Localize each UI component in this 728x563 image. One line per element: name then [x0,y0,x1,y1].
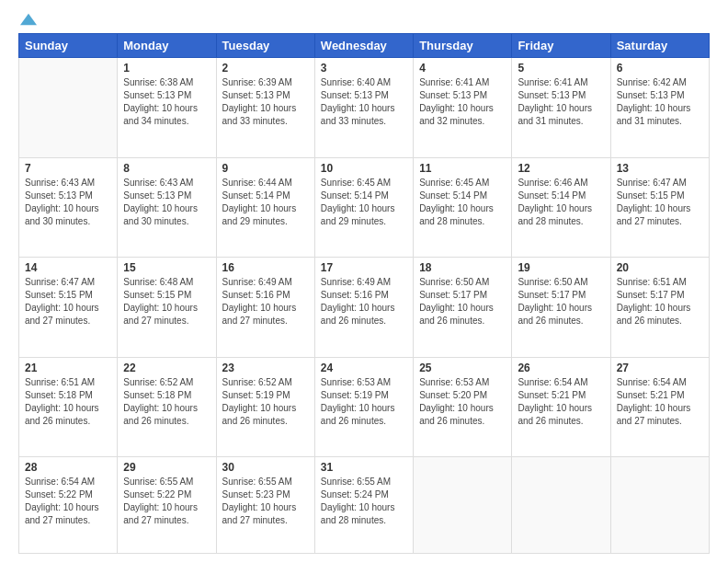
calendar-body: 1Sunrise: 6:38 AMSunset: 5:13 PMDaylight… [19,58,710,554]
calendar-cell: 27Sunrise: 6:54 AMSunset: 5:21 PMDayligh… [610,357,709,457]
logo-icon [20,13,37,26]
calendar-cell [512,457,610,554]
calendar-cell [19,58,118,158]
calendar-week-row: 1Sunrise: 6:38 AMSunset: 5:13 PMDaylight… [19,58,710,158]
day-number: 6 [617,62,703,75]
day-number: 21 [25,362,111,374]
day-number: 23 [222,362,309,374]
calendar-week-row: 28Sunrise: 6:54 AMSunset: 5:22 PMDayligh… [19,457,710,554]
day-number: 27 [617,362,703,374]
calendar-cell: 3Sunrise: 6:40 AMSunset: 5:13 PMDaylight… [314,58,413,158]
cell-details: Sunrise: 6:40 AMSunset: 5:13 PMDaylight:… [321,76,407,128]
cell-details: Sunrise: 6:47 AMSunset: 5:15 PMDaylight:… [25,276,111,327]
cell-details: Sunrise: 6:42 AMSunset: 5:13 PMDaylight:… [617,76,703,128]
calendar-day-header: Tuesday [216,34,314,58]
day-number: 11 [419,162,506,175]
logo [18,15,37,24]
calendar-cell: 19Sunrise: 6:50 AMSunset: 5:17 PMDayligh… [512,258,610,358]
calendar-week-row: 14Sunrise: 6:47 AMSunset: 5:15 PMDayligh… [19,258,710,358]
calendar-cell: 31Sunrise: 6:55 AMSunset: 5:24 PMDayligh… [314,457,413,554]
calendar-cell: 16Sunrise: 6:49 AMSunset: 5:16 PMDayligh… [216,258,314,358]
cell-details: Sunrise: 6:48 AMSunset: 5:15 PMDaylight:… [123,276,210,327]
cell-details: Sunrise: 6:52 AMSunset: 5:18 PMDaylight:… [123,376,210,428]
svg-marker-0 [20,14,37,26]
calendar-cell: 22Sunrise: 6:52 AMSunset: 5:18 PMDayligh… [118,357,216,457]
cell-details: Sunrise: 6:53 AMSunset: 5:20 PMDaylight:… [419,376,506,428]
calendar-cell: 24Sunrise: 6:53 AMSunset: 5:19 PMDayligh… [314,357,413,457]
calendar-week-row: 7Sunrise: 6:43 AMSunset: 5:13 PMDaylight… [19,157,710,258]
cell-details: Sunrise: 6:54 AMSunset: 5:21 PMDaylight:… [617,376,703,428]
cell-details: Sunrise: 6:43 AMSunset: 5:13 PMDaylight:… [25,177,111,228]
day-number: 26 [518,362,604,374]
cell-details: Sunrise: 6:47 AMSunset: 5:15 PMDaylight:… [617,177,703,228]
cell-details: Sunrise: 6:51 AMSunset: 5:18 PMDaylight:… [25,376,111,428]
calendar-cell: 14Sunrise: 6:47 AMSunset: 5:15 PMDayligh… [19,258,118,358]
calendar-day-header: Friday [512,34,610,58]
calendar-cell: 29Sunrise: 6:55 AMSunset: 5:22 PMDayligh… [118,457,216,554]
cell-details: Sunrise: 6:55 AMSunset: 5:23 PMDaylight:… [222,476,309,527]
calendar-cell: 23Sunrise: 6:52 AMSunset: 5:19 PMDayligh… [216,357,314,457]
day-number: 14 [25,261,111,274]
day-number: 29 [123,461,210,474]
calendar-week-row: 21Sunrise: 6:51 AMSunset: 5:18 PMDayligh… [19,357,710,457]
cell-details: Sunrise: 6:55 AMSunset: 5:22 PMDaylight:… [123,476,210,527]
cell-details: Sunrise: 6:53 AMSunset: 5:19 PMDaylight:… [321,376,407,428]
calendar-cell: 30Sunrise: 6:55 AMSunset: 5:23 PMDayligh… [216,457,314,554]
calendar-cell: 5Sunrise: 6:41 AMSunset: 5:13 PMDaylight… [512,58,610,158]
day-number: 5 [518,62,604,75]
day-number: 15 [123,261,210,274]
calendar-cell: 2Sunrise: 6:39 AMSunset: 5:13 PMDaylight… [216,58,314,158]
cell-details: Sunrise: 6:46 AMSunset: 5:14 PMDaylight:… [518,177,604,228]
day-number: 1 [123,62,210,75]
calendar-cell: 13Sunrise: 6:47 AMSunset: 5:15 PMDayligh… [610,157,709,258]
cell-details: Sunrise: 6:41 AMSunset: 5:13 PMDaylight:… [419,76,506,128]
cell-details: Sunrise: 6:52 AMSunset: 5:19 PMDaylight:… [222,376,309,428]
calendar-cell: 11Sunrise: 6:45 AMSunset: 5:14 PMDayligh… [414,157,512,258]
cell-details: Sunrise: 6:39 AMSunset: 5:13 PMDaylight:… [222,76,309,128]
cell-details: Sunrise: 6:41 AMSunset: 5:13 PMDaylight:… [518,76,604,128]
cell-details: Sunrise: 6:54 AMSunset: 5:21 PMDaylight:… [518,376,604,428]
calendar-cell: 1Sunrise: 6:38 AMSunset: 5:13 PMDaylight… [118,58,216,158]
calendar-day-header: Saturday [610,34,709,58]
calendar-cell: 18Sunrise: 6:50 AMSunset: 5:17 PMDayligh… [414,258,512,358]
day-number: 2 [222,62,309,75]
cell-details: Sunrise: 6:50 AMSunset: 5:17 PMDaylight:… [518,276,604,327]
cell-details: Sunrise: 6:38 AMSunset: 5:13 PMDaylight:… [123,76,210,128]
calendar-cell: 7Sunrise: 6:43 AMSunset: 5:13 PMDaylight… [19,157,118,258]
calendar-cell: 20Sunrise: 6:51 AMSunset: 5:17 PMDayligh… [610,258,709,358]
calendar-cell: 26Sunrise: 6:54 AMSunset: 5:21 PMDayligh… [512,357,610,457]
calendar-cell [414,457,512,554]
cell-details: Sunrise: 6:54 AMSunset: 5:22 PMDaylight:… [25,476,111,527]
cell-details: Sunrise: 6:45 AMSunset: 5:14 PMDaylight:… [419,177,506,228]
calendar-cell: 15Sunrise: 6:48 AMSunset: 5:15 PMDayligh… [118,258,216,358]
day-number: 10 [321,162,407,175]
day-number: 25 [419,362,506,374]
cell-details: Sunrise: 6:50 AMSunset: 5:17 PMDaylight:… [419,276,506,327]
cell-details: Sunrise: 6:44 AMSunset: 5:14 PMDaylight:… [222,177,309,228]
day-number: 24 [321,362,407,374]
day-number: 17 [321,261,407,274]
calendar-cell: 28Sunrise: 6:54 AMSunset: 5:22 PMDayligh… [19,457,118,554]
calendar-cell: 17Sunrise: 6:49 AMSunset: 5:16 PMDayligh… [314,258,413,358]
day-number: 19 [518,261,604,274]
day-number: 8 [123,162,210,175]
day-number: 20 [617,261,703,274]
cell-details: Sunrise: 6:55 AMSunset: 5:24 PMDaylight:… [321,476,407,527]
day-number: 28 [25,461,111,474]
calendar-cell: 10Sunrise: 6:45 AMSunset: 5:14 PMDayligh… [314,157,413,258]
day-number: 22 [123,362,210,374]
day-number: 13 [617,162,703,175]
cell-details: Sunrise: 6:49 AMSunset: 5:16 PMDaylight:… [321,276,407,327]
day-number: 4 [419,62,506,75]
day-number: 31 [321,461,407,474]
page: SundayMondayTuesdayWednesdayThursdayFrid… [0,0,728,563]
calendar-cell: 6Sunrise: 6:42 AMSunset: 5:13 PMDaylight… [610,58,709,158]
cell-details: Sunrise: 6:43 AMSunset: 5:13 PMDaylight:… [123,177,210,228]
calendar-day-header: Thursday [414,34,512,58]
header [18,15,710,24]
calendar-cell: 9Sunrise: 6:44 AMSunset: 5:14 PMDaylight… [216,157,314,258]
day-number: 18 [419,261,506,274]
calendar-cell [610,457,709,554]
calendar-cell: 21Sunrise: 6:51 AMSunset: 5:18 PMDayligh… [19,357,118,457]
calendar-header-row: SundayMondayTuesdayWednesdayThursdayFrid… [19,34,710,58]
